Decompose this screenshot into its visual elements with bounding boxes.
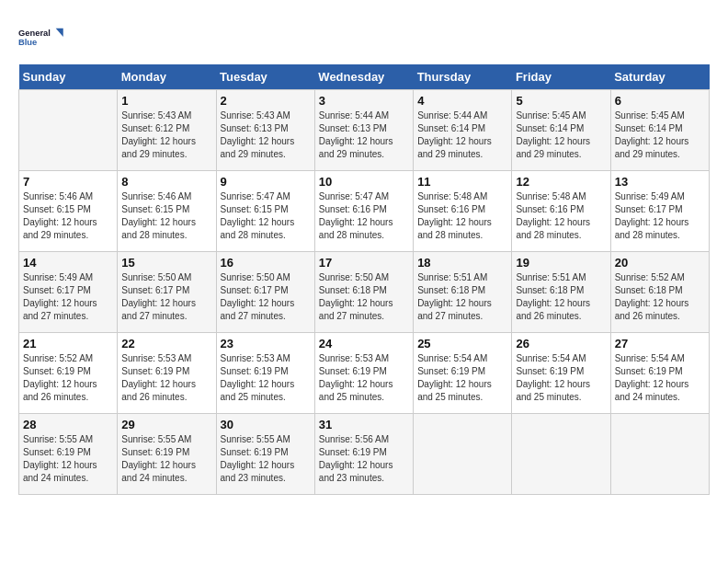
day-info: Sunrise: 5:44 AMSunset: 6:13 PMDaylight:… [319,109,409,161]
calendar-cell: 19Sunrise: 5:51 AMSunset: 6:18 PMDayligh… [512,252,610,333]
day-info: Sunrise: 5:46 AMSunset: 6:15 PMDaylight:… [23,190,113,242]
calendar-cell: 7Sunrise: 5:46 AMSunset: 6:15 PMDaylight… [19,171,118,252]
day-number: 18 [417,256,507,270]
calendar-cell: 3Sunrise: 5:44 AMSunset: 6:13 PMDaylight… [314,90,413,171]
day-info: Sunrise: 5:55 AMSunset: 6:19 PMDaylight:… [221,433,311,485]
day-number: 2 [221,94,311,108]
calendar-cell: 13Sunrise: 5:49 AMSunset: 6:17 PMDayligh… [610,171,709,252]
header-day-monday: Monday [118,64,216,90]
week-row-3: 14Sunrise: 5:49 AMSunset: 6:17 PMDayligh… [19,252,710,333]
calendar-cell: 29Sunrise: 5:55 AMSunset: 6:19 PMDayligh… [118,414,216,495]
day-info: Sunrise: 5:43 AMSunset: 6:12 PMDaylight:… [121,109,211,161]
day-number: 16 [221,256,311,270]
day-number: 28 [23,418,113,431]
calendar-cell [19,90,118,171]
day-number: 15 [121,256,211,270]
day-number: 30 [221,418,311,431]
day-info: Sunrise: 5:50 AMSunset: 6:17 PMDaylight:… [221,271,311,323]
calendar-cell: 11Sunrise: 5:48 AMSunset: 6:16 PMDayligh… [414,171,512,252]
day-info: Sunrise: 5:56 AMSunset: 6:19 PMDaylight:… [319,433,409,485]
calendar-cell: 25Sunrise: 5:54 AMSunset: 6:19 PMDayligh… [414,333,512,414]
calendar-cell: 24Sunrise: 5:53 AMSunset: 6:19 PMDayligh… [314,333,413,414]
calendar-cell [610,414,709,495]
calendar-cell: 2Sunrise: 5:43 AMSunset: 6:13 PMDaylight… [216,90,314,171]
day-number: 22 [121,337,211,350]
day-number: 14 [23,256,113,270]
calendar-cell: 31Sunrise: 5:56 AMSunset: 6:19 PMDayligh… [314,414,413,495]
day-info: Sunrise: 5:51 AMSunset: 6:18 PMDaylight:… [516,271,606,323]
day-info: Sunrise: 5:54 AMSunset: 6:19 PMDaylight:… [516,352,606,404]
calendar-cell: 8Sunrise: 5:46 AMSunset: 6:15 PMDaylight… [118,171,216,252]
calendar-cell: 21Sunrise: 5:52 AMSunset: 6:19 PMDayligh… [19,333,118,414]
calendar-cell: 12Sunrise: 5:48 AMSunset: 6:16 PMDayligh… [512,171,610,252]
day-info: Sunrise: 5:48 AMSunset: 6:16 PMDaylight:… [417,190,507,242]
day-info: Sunrise: 5:53 AMSunset: 6:19 PMDaylight:… [319,352,409,404]
day-number: 11 [417,175,507,189]
svg-marker-2 [56,29,63,37]
day-number: 23 [221,337,311,350]
svg-text:General: General [18,29,51,38]
day-number: 17 [319,256,409,270]
day-info: Sunrise: 5:51 AMSunset: 6:18 PMDaylight:… [417,271,507,323]
day-number: 26 [516,337,606,350]
day-number: 31 [319,418,409,431]
calendar-cell: 9Sunrise: 5:47 AMSunset: 6:15 PMDaylight… [216,171,314,252]
day-number: 7 [23,175,113,189]
day-number: 29 [121,418,211,431]
svg-text:Blue: Blue [18,38,37,47]
day-info: Sunrise: 5:47 AMSunset: 6:15 PMDaylight:… [221,190,311,242]
week-row-5: 28Sunrise: 5:55 AMSunset: 6:19 PMDayligh… [19,414,710,495]
calendar-cell: 27Sunrise: 5:54 AMSunset: 6:19 PMDayligh… [610,333,709,414]
day-number: 20 [615,256,705,270]
calendar-cell: 28Sunrise: 5:55 AMSunset: 6:19 PMDayligh… [19,414,118,495]
day-number: 6 [615,94,705,108]
day-info: Sunrise: 5:45 AMSunset: 6:14 PMDaylight:… [615,109,705,161]
day-number: 9 [221,175,311,189]
calendar-cell: 6Sunrise: 5:45 AMSunset: 6:14 PMDaylight… [610,90,709,171]
calendar-cell [414,414,512,495]
calendar-cell: 16Sunrise: 5:50 AMSunset: 6:17 PMDayligh… [216,252,314,333]
header-day-thursday: Thursday [414,64,512,90]
calendar-cell: 1Sunrise: 5:43 AMSunset: 6:12 PMDaylight… [118,90,216,171]
calendar-cell: 22Sunrise: 5:53 AMSunset: 6:19 PMDayligh… [118,333,216,414]
calendar-cell: 14Sunrise: 5:49 AMSunset: 6:17 PMDayligh… [19,252,118,333]
header-day-friday: Friday [512,64,610,90]
page-header: General Blue [18,18,710,55]
day-info: Sunrise: 5:46 AMSunset: 6:15 PMDaylight:… [121,190,211,242]
day-number: 4 [417,94,507,108]
day-info: Sunrise: 5:52 AMSunset: 6:19 PMDaylight:… [23,352,113,404]
day-number: 19 [516,256,606,270]
calendar-cell: 15Sunrise: 5:50 AMSunset: 6:17 PMDayligh… [118,252,216,333]
day-number: 21 [23,337,113,350]
calendar-header-row: SundayMondayTuesdayWednesdayThursdayFrid… [19,64,710,90]
day-number: 27 [615,337,705,350]
day-number: 8 [121,175,211,189]
calendar-cell: 4Sunrise: 5:44 AMSunset: 6:14 PMDaylight… [414,90,512,171]
day-number: 3 [319,94,409,108]
calendar-cell [512,414,610,495]
day-info: Sunrise: 5:55 AMSunset: 6:19 PMDaylight:… [23,433,113,485]
day-info: Sunrise: 5:53 AMSunset: 6:19 PMDaylight:… [121,352,211,404]
calendar-cell: 20Sunrise: 5:52 AMSunset: 6:18 PMDayligh… [610,252,709,333]
day-info: Sunrise: 5:43 AMSunset: 6:13 PMDaylight:… [221,109,311,161]
day-info: Sunrise: 5:53 AMSunset: 6:19 PMDaylight:… [221,352,311,404]
calendar-cell: 10Sunrise: 5:47 AMSunset: 6:16 PMDayligh… [314,171,413,252]
calendar-table: SundayMondayTuesdayWednesdayThursdayFrid… [18,64,710,495]
day-number: 1 [121,94,211,108]
day-info: Sunrise: 5:47 AMSunset: 6:16 PMDaylight:… [319,190,409,242]
calendar-cell: 18Sunrise: 5:51 AMSunset: 6:18 PMDayligh… [414,252,512,333]
calendar-cell: 5Sunrise: 5:45 AMSunset: 6:14 PMDaylight… [512,90,610,171]
day-number: 5 [516,94,606,108]
calendar-cell: 26Sunrise: 5:54 AMSunset: 6:19 PMDayligh… [512,333,610,414]
day-info: Sunrise: 5:54 AMSunset: 6:19 PMDaylight:… [615,352,705,404]
day-number: 24 [319,337,409,350]
calendar-cell: 17Sunrise: 5:50 AMSunset: 6:18 PMDayligh… [314,252,413,333]
day-info: Sunrise: 5:50 AMSunset: 6:18 PMDaylight:… [319,271,409,323]
day-number: 25 [417,337,507,350]
day-info: Sunrise: 5:45 AMSunset: 6:14 PMDaylight:… [516,109,606,161]
week-row-1: 1Sunrise: 5:43 AMSunset: 6:12 PMDaylight… [19,90,710,171]
day-info: Sunrise: 5:49 AMSunset: 6:17 PMDaylight:… [615,190,705,242]
calendar-body: 1Sunrise: 5:43 AMSunset: 6:12 PMDaylight… [19,90,710,495]
day-info: Sunrise: 5:52 AMSunset: 6:18 PMDaylight:… [615,271,705,323]
header-day-tuesday: Tuesday [216,64,314,90]
